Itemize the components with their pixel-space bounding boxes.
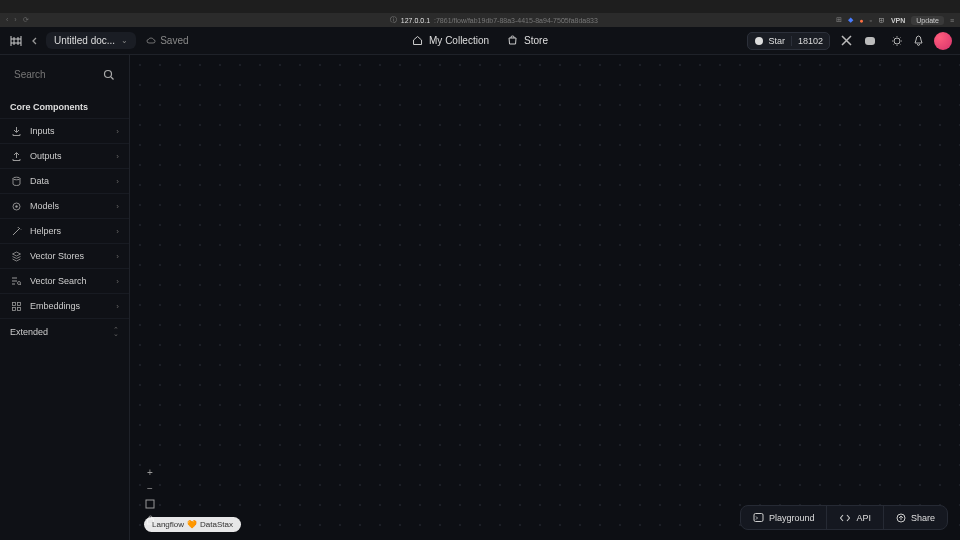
attribution-datastax: DataStax (200, 520, 233, 529)
browser-reload-icon[interactable]: ⟳ (23, 16, 29, 24)
binary-icon (10, 300, 22, 312)
heart-icon: 🧡 (187, 520, 197, 529)
list-search-icon (10, 275, 22, 287)
chevron-right-icon: › (116, 177, 119, 186)
chevron-right-icon: › (116, 302, 119, 311)
vpn-badge[interactable]: VPN (891, 17, 905, 24)
browser-back-icon[interactable]: ‹ (6, 16, 8, 24)
chevron-right-icon: › (116, 252, 119, 261)
search-icon[interactable] (103, 69, 115, 81)
star-count: 18102 (791, 36, 829, 46)
bottom-action-bar: Playground API Share (740, 505, 948, 530)
chevron-right-icon: › (116, 152, 119, 161)
extension-icon[interactable]: ◆ (848, 16, 853, 24)
sidebar-item-label: Data (30, 176, 108, 186)
update-button[interactable]: Update (911, 16, 944, 25)
browser-forward-icon: › (14, 16, 16, 24)
sidebar-item-inputs[interactable]: Inputs › (0, 118, 129, 143)
document-name-dropdown[interactable]: Untitled doc... ⌄ (46, 32, 136, 49)
extension-icon[interactable]: ● (859, 17, 863, 24)
sidebar-item-label: Vector Stores (30, 251, 108, 261)
svg-rect-11 (17, 307, 20, 310)
database-icon (10, 175, 22, 187)
api-button[interactable]: API (826, 506, 883, 529)
share-button[interactable]: Share (883, 506, 947, 529)
sidebar-item-models[interactable]: Models › (0, 193, 129, 218)
svg-point-3 (105, 70, 112, 77)
share-icon (896, 513, 906, 523)
sidebar-item-label: Outputs (30, 151, 108, 161)
url-path: :7861/flow/fab19db7-88a3-4415-8a94-7505f… (434, 17, 598, 24)
sidebar-item-vector-search[interactable]: Vector Search › (0, 268, 129, 293)
code-icon (839, 513, 851, 523)
svg-rect-1 (865, 37, 875, 45)
sidebar-item-embeddings[interactable]: Embeddings › (0, 293, 129, 318)
save-status: Saved (146, 35, 188, 46)
sidebar-item-label: Models (30, 201, 108, 211)
browser-tab-strip (0, 0, 960, 13)
extension-icon[interactable]: ⊞ (836, 16, 842, 24)
action-label: Playground (769, 513, 815, 523)
sidebar-item-data[interactable]: Data › (0, 168, 129, 193)
attribution-langflow: Langflow (152, 520, 184, 529)
sidebar-item-label: Embeddings (30, 301, 108, 311)
site-info-icon[interactable]: ⓘ (390, 15, 397, 25)
github-star-widget[interactable]: Star 18102 (747, 32, 830, 50)
app-header: Untitled doc... ⌄ Saved My Collection St… (0, 27, 960, 55)
chevron-down-icon: ⌄ (121, 36, 128, 45)
extension-icon[interactable]: ▫ (869, 17, 871, 24)
shield-icon[interactable]: ⛨ (878, 17, 885, 24)
sidebar-item-helpers[interactable]: Helpers › (0, 218, 129, 243)
bell-icon[interactable] (913, 35, 924, 47)
nav-my-collection[interactable]: My Collection (412, 35, 489, 46)
zoom-out-button[interactable]: − (142, 481, 158, 495)
download-icon (10, 125, 22, 137)
store-icon (507, 35, 518, 46)
star-label: Star (768, 36, 785, 46)
home-icon (412, 35, 423, 46)
sidebar: Core Components Inputs › Outputs › Data … (0, 55, 130, 540)
nav-label: Store (524, 35, 548, 46)
brain-icon (10, 200, 22, 212)
extended-label: Extended (10, 327, 48, 337)
svg-point-4 (13, 177, 20, 180)
sidebar-item-vector-stores[interactable]: Vector Stores › (0, 243, 129, 268)
discord-icon[interactable] (863, 35, 877, 47)
saved-label: Saved (160, 35, 188, 46)
chevron-right-icon: › (116, 127, 119, 136)
nav-label: My Collection (429, 35, 489, 46)
svg-rect-10 (12, 307, 15, 310)
browser-menu-icon[interactable]: ≡ (950, 17, 954, 24)
sort-icon: ⌃⌄ (113, 328, 119, 336)
sidebar-extended-toggle[interactable]: Extended ⌃⌄ (0, 318, 129, 345)
sidebar-item-label: Vector Search (30, 276, 108, 286)
chevron-right-icon: › (116, 227, 119, 236)
sidebar-item-label: Inputs (30, 126, 108, 136)
playground-button[interactable]: Playground (741, 506, 827, 529)
fit-view-button[interactable] (142, 497, 158, 511)
cloud-icon (146, 36, 156, 46)
github-icon (754, 36, 764, 46)
user-avatar[interactable] (934, 32, 952, 50)
app-logo[interactable] (8, 33, 24, 49)
url-bar[interactable]: ⓘ 127.0.0.1 :7861/flow/fab19db7-88a3-441… (150, 15, 598, 25)
flow-canvas[interactable]: + − Langflow 🧡 DataStax Playground API (130, 55, 960, 540)
section-title: Core Components (0, 94, 129, 118)
svg-rect-8 (12, 302, 15, 305)
sidebar-item-outputs[interactable]: Outputs › (0, 143, 129, 168)
action-label: Share (911, 513, 935, 523)
attribution-badge: Langflow 🧡 DataStax (144, 517, 241, 532)
svg-point-2 (894, 38, 900, 44)
browser-toolbar: ‹ › ⟳ ⓘ 127.0.0.1 :7861/flow/fab19db7-88… (0, 13, 960, 27)
theme-toggle-icon[interactable] (891, 35, 903, 47)
svg-point-6 (15, 205, 17, 207)
upload-icon (10, 150, 22, 162)
url-host: 127.0.0.1 (401, 17, 430, 24)
chevron-right-icon: › (116, 277, 119, 286)
x-twitter-icon[interactable] (840, 34, 853, 47)
zoom-in-button[interactable]: + (142, 465, 158, 479)
svg-rect-12 (146, 500, 154, 508)
back-button[interactable] (30, 36, 40, 46)
nav-store[interactable]: Store (507, 35, 548, 46)
svg-point-0 (755, 37, 763, 45)
